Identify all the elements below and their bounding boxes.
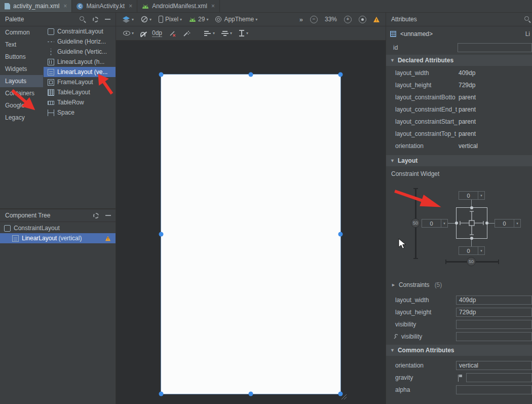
design-surface-mode-button[interactable]: ▾ xyxy=(122,16,134,23)
margin-top-dropdown[interactable]: 0▾ xyxy=(459,191,485,200)
resize-handle-bottom[interactable] xyxy=(249,392,253,396)
palette-category-widgets[interactable]: Widgets xyxy=(0,63,43,75)
gear-icon[interactable] xyxy=(93,17,98,22)
resize-handle-bottom-left[interactable] xyxy=(159,392,164,396)
search-icon[interactable] xyxy=(524,16,531,23)
attribute-row[interactable]: orientationvertical xyxy=(386,359,532,372)
attribute-value[interactable]: 409dp xyxy=(459,69,475,77)
alpha-input[interactable] xyxy=(456,385,532,394)
warning-icon[interactable]: ! xyxy=(105,236,110,240)
horizontal-bias-badge[interactable]: 50 xyxy=(467,257,476,266)
palette-item-tablelayout[interactable]: TableLayout xyxy=(44,87,116,97)
section-declared-attributes[interactable]: ▼ Declared Attributes xyxy=(386,55,532,66)
gear-icon[interactable] xyxy=(93,213,99,218)
flag-icon[interactable] xyxy=(458,375,459,382)
palette-item-constraintlayout[interactable]: ConstraintLayout xyxy=(44,26,116,36)
attribute-row[interactable]: layout_width409dp xyxy=(386,294,532,306)
margin-bottom-dropdown[interactable]: 0▾ xyxy=(459,246,485,255)
search-icon[interactable] xyxy=(79,16,86,23)
zoom-out-button[interactable]: − xyxy=(310,16,318,23)
palette-category-buttons[interactable]: Buttons xyxy=(0,51,43,63)
attribute-row[interactable]: visibility xyxy=(386,318,532,330)
palette-item-framelayout[interactable]: FrameLayout xyxy=(44,77,116,87)
constraint-anchor-bottom[interactable] xyxy=(470,237,473,240)
constraints-group[interactable]: ► Constraints (5) xyxy=(386,280,532,290)
attribute-row[interactable]: layout_height729dp xyxy=(386,79,532,91)
constraint-square[interactable] xyxy=(456,207,487,239)
id-input[interactable] xyxy=(458,43,532,52)
attribute-input[interactable] xyxy=(456,320,532,329)
attribute-row[interactable]: layout_constraintBottoparent xyxy=(386,91,532,103)
attribute-value[interactable]: parent xyxy=(459,106,476,113)
palette-item-linearlayout-vertical[interactable]: LinearLayout (ve... xyxy=(44,67,116,77)
zoom-to-fit-button[interactable] xyxy=(359,16,366,23)
attribute-value[interactable]: parent xyxy=(459,94,476,101)
align-button[interactable]: ▾ xyxy=(221,30,232,36)
close-icon[interactable]: × xyxy=(129,3,132,10)
vertical-bias-badge[interactable]: 50 xyxy=(411,218,420,228)
attribute-row[interactable]: visibility xyxy=(386,330,532,343)
margin-left-dropdown[interactable]: 0▾ xyxy=(422,219,448,228)
clear-constraints-icon[interactable] xyxy=(169,30,176,37)
gravity-input[interactable] xyxy=(466,373,532,382)
toolbar-overflow-button[interactable]: » xyxy=(299,16,303,23)
resize-handle-top[interactable] xyxy=(249,72,253,77)
device-canvas[interactable] xyxy=(161,75,340,394)
attribute-row[interactable]: alpha xyxy=(386,384,532,396)
section-common-attributes[interactable]: ▼ Common Attributes xyxy=(386,345,532,356)
palette-item-linearlayout-horizontal[interactable]: LinearLayout (h... xyxy=(44,57,116,67)
orientation-button[interactable]: ▾ xyxy=(141,16,151,23)
constraint-anchor-right[interactable] xyxy=(485,222,488,225)
attribute-row[interactable]: orientationvertical xyxy=(386,140,532,152)
default-margin-button[interactable]: 0dp xyxy=(152,30,162,37)
palette-item-guideline-horizontal[interactable]: Guideline (Horiz... xyxy=(44,36,116,47)
resize-handle-left[interactable] xyxy=(159,232,164,237)
orientation-input[interactable]: vertical xyxy=(456,361,532,370)
canvas-resize-corner[interactable] xyxy=(340,393,347,400)
section-layout[interactable]: ▼ Layout xyxy=(386,155,532,166)
tab-androidmanifest-xml[interactable]: AndroidManifest.xml × xyxy=(137,0,220,12)
theme-selector[interactable]: AppTheme ▾ xyxy=(215,16,257,23)
api-level-selector[interactable]: 29 ▾ xyxy=(189,16,208,23)
attribute-value[interactable]: 729dp xyxy=(459,82,475,89)
attribute-input[interactable]: 409dp xyxy=(456,296,532,305)
attribute-input[interactable]: 729dp xyxy=(456,308,532,317)
attribute-row[interactable]: layout_constraintStart_parent xyxy=(386,116,532,128)
palette-category-legacy[interactable]: Legacy xyxy=(0,112,43,124)
attribute-input[interactable] xyxy=(456,332,532,341)
distribute-button[interactable]: ▾ xyxy=(239,30,248,36)
constraint-anchor-top[interactable] xyxy=(470,206,473,209)
palette-category-common[interactable]: Common xyxy=(0,26,43,39)
attribute-row[interactable]: layout_constraintEnd_tparent xyxy=(386,103,532,116)
palette-item-tablerow[interactable]: TableRow xyxy=(44,97,116,107)
close-icon[interactable]: × xyxy=(63,3,67,10)
autoconnect-off-icon[interactable] xyxy=(140,32,145,36)
zoom-level[interactable]: 33% xyxy=(325,16,337,23)
resize-handle-top-right[interactable] xyxy=(338,72,343,77)
palette-category-text[interactable]: Text xyxy=(0,39,43,51)
palette-item-guideline-vertical[interactable]: Guideline (Vertic... xyxy=(44,47,116,57)
palette-category-google[interactable]: Google xyxy=(0,99,43,112)
zoom-in-button[interactable]: + xyxy=(344,16,352,23)
minimize-icon[interactable] xyxy=(105,215,111,216)
constraint-anchor-left[interactable] xyxy=(455,222,458,225)
infer-constraints-icon[interactable] xyxy=(183,30,191,37)
palette-item-space[interactable]: Space xyxy=(44,107,116,118)
minimize-icon[interactable] xyxy=(105,19,110,20)
attribute-row[interactable]: layout_constraintTop_tparent xyxy=(386,128,532,140)
device-selector[interactable]: Pixel ▾ xyxy=(159,16,182,23)
tree-item-linearlayout[interactable]: LinearLayout (vertical) ! xyxy=(0,233,116,243)
close-icon[interactable]: × xyxy=(211,3,215,10)
attribute-value[interactable]: vertical xyxy=(459,142,478,150)
resize-handle-right[interactable] xyxy=(338,232,343,237)
view-options-button[interactable]: ▾ xyxy=(123,31,134,35)
tab-mainactivity-kt[interactable]: C MainActivity.kt × xyxy=(72,0,137,12)
palette-category-containers[interactable]: Containers xyxy=(0,87,43,99)
tree-item-constraintlayout[interactable]: ConstraintLayout xyxy=(0,223,116,233)
panel-divider[interactable] xyxy=(0,208,116,209)
attribute-row[interactable]: layout_width409dp xyxy=(386,67,532,79)
attribute-row[interactable]: gravity xyxy=(386,372,532,384)
palette-category-layouts[interactable]: Layouts xyxy=(0,75,43,87)
pack-button[interactable]: ▾ xyxy=(204,30,215,36)
resize-handle-top-left[interactable] xyxy=(159,72,164,77)
